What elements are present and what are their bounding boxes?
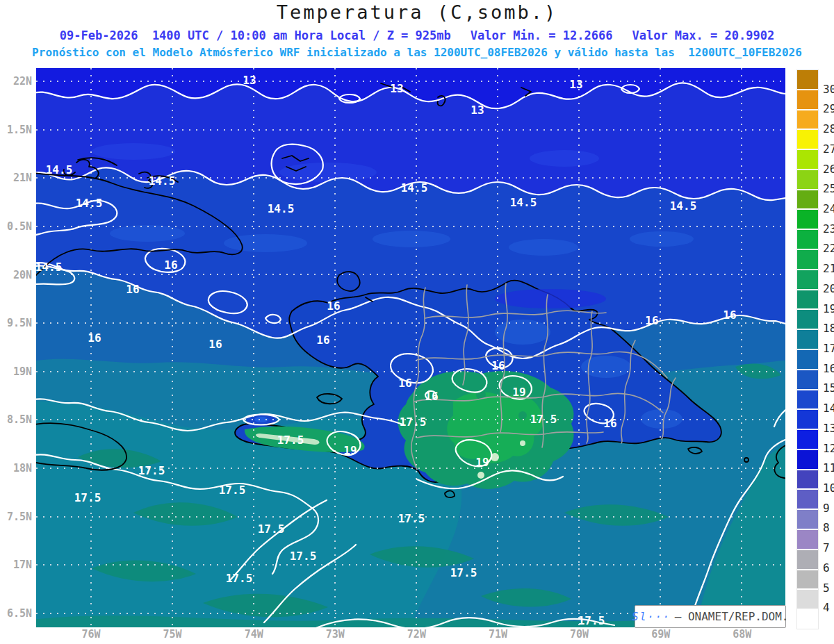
lon-label-73W: 73W	[314, 628, 356, 641]
lat-label-21N: 21N	[0, 172, 32, 184]
colorbar-cell-15	[797, 370, 818, 390]
lon-label-71W: 71W	[477, 628, 519, 641]
colorbar-cell-27	[797, 610, 818, 629]
colorbar-tick-12: 12	[823, 442, 834, 455]
watermark-text: — ONAMET/REP.DOM.	[675, 610, 789, 623]
colorbar-cell-5	[797, 170, 818, 190]
colorbar-tick-23: 23	[823, 222, 834, 236]
colorbar-cell-2	[797, 110, 818, 131]
page-title: Temperatura (C,somb.)	[0, 1, 834, 23]
colorbar-tick-13: 13	[823, 422, 834, 435]
colorbar-tick-22: 22	[823, 242, 834, 255]
lon-label-72W: 72W	[395, 628, 437, 641]
colorbar-cell-3	[797, 130, 818, 150]
colorbar-tick-21: 21	[823, 262, 834, 275]
lat-label-8.5N: 8.5N	[0, 413, 32, 426]
lat-label-1.5N: 1.5N	[0, 124, 32, 136]
colorbar-cell-6	[797, 190, 818, 210]
colorbar-tick-24: 24	[823, 202, 834, 215]
colorbar-cell-20	[797, 470, 818, 490]
lat-label-17N: 17N	[0, 559, 32, 571]
colorbar-tick-11: 11	[823, 461, 834, 474]
colorbar-cell-17	[797, 410, 818, 430]
colorbar-tick-30: 30	[823, 83, 834, 96]
colorbar-tick-7: 7	[823, 541, 830, 554]
colorbar-tick-14: 14	[823, 402, 834, 415]
colorbar-tick-6: 6	[823, 561, 830, 575]
colorbar-cell-16	[797, 390, 818, 411]
lat-label-18N: 18N	[0, 462, 32, 474]
map-plot-area[interactable]: 1313131314.514.514.514.514.514.514.514.5…	[36, 68, 785, 627]
lat-label-7.5N: 7.5N	[0, 511, 32, 523]
lat-label-6.5N: 6.5N	[0, 607, 32, 620]
value-max-text: Valor Max. = 20.9902	[632, 28, 774, 42]
colorbar-tick-10: 10	[823, 481, 834, 495]
colorbar-cell-19	[797, 450, 818, 470]
lat-label-0.5N: 0.5N	[0, 220, 32, 233]
colorbar-cell-8	[797, 230, 818, 250]
colorbar-tick-5: 5	[823, 581, 830, 595]
colorbar-tick-25: 25	[823, 182, 834, 195]
colorbar-cell-12	[797, 310, 818, 330]
colorbar-tick-20: 20	[823, 282, 834, 295]
lat-label-20N: 20N	[0, 269, 32, 281]
colorbar-tick-16: 16	[823, 362, 834, 375]
colorbar-tick-17: 17	[823, 342, 834, 355]
colorbar-tick-26: 26	[823, 163, 834, 176]
colorbar-cell-24	[797, 550, 818, 570]
colorbar-tick-19: 19	[823, 302, 834, 315]
colorbar-cell-25	[797, 570, 818, 591]
lat-label-9.5N: 9.5N	[0, 317, 32, 329]
colorbar-cell-18	[797, 430, 818, 450]
colorbar-cell-22	[797, 510, 818, 530]
signature-script: Sl···	[632, 611, 671, 623]
colorbar-cell-14	[797, 350, 818, 370]
colorbar-cell-10	[797, 270, 818, 290]
colorbar-cell-13	[797, 330, 818, 350]
colorbar-cell-23	[797, 530, 818, 550]
lon-label-76W: 76W	[70, 628, 112, 641]
colorbar-cell-11	[797, 290, 818, 311]
valid-time-text: 09-Feb-2026 1400 UTC / 10:00 am Hora Loc…	[60, 28, 451, 42]
colorbar-tick-18: 18	[823, 322, 834, 335]
lon-label-70W: 70W	[559, 628, 600, 641]
colorbar-tick-29: 29	[823, 102, 834, 115]
colorbar	[796, 69, 819, 629]
value-min-text: Valor Min. = 12.2666	[471, 28, 613, 42]
colorbar-tick-4: 4	[823, 601, 830, 614]
colorbar-cell-21	[797, 490, 818, 510]
colorbar-tick-27: 27	[823, 142, 834, 156]
subtitle-model: Pronóstico con el Modelo Atmósferico WRF…	[0, 46, 834, 59]
colorbar-cell-0	[797, 70, 818, 90]
colorbar-cell-26	[797, 590, 818, 610]
lon-label-74W: 74W	[233, 628, 275, 641]
lat-label-22N: 22N	[0, 75, 32, 88]
colorbar-cell-7	[797, 210, 818, 230]
colorbar-cell-9	[797, 250, 818, 270]
colorbar-cell-4	[797, 150, 818, 170]
lon-label-69W: 69W	[640, 628, 682, 641]
subtitle-datetime: 09-Feb-2026 1400 UTC / 10:00 am Hora Loc…	[0, 28, 834, 42]
colorbar-tick-8: 8	[823, 521, 830, 534]
lon-label-75W: 75W	[152, 628, 193, 641]
colorbar-tick-15: 15	[823, 381, 834, 395]
lon-label-68W: 68W	[721, 628, 763, 641]
colorbar-cell-1	[797, 90, 818, 110]
weather-map-page: Temperatura (C,somb.) 09-Feb-2026 1400 U…	[0, 0, 834, 644]
colorbar-tick-28: 28	[823, 122, 834, 135]
lat-label-19N: 19N	[0, 365, 32, 378]
colorbar-tick-9: 9	[823, 502, 830, 515]
temperature-shaded-map	[36, 68, 785, 627]
onamet-watermark: Sl··· — ONAMET/REP.DOM.	[635, 605, 786, 628]
